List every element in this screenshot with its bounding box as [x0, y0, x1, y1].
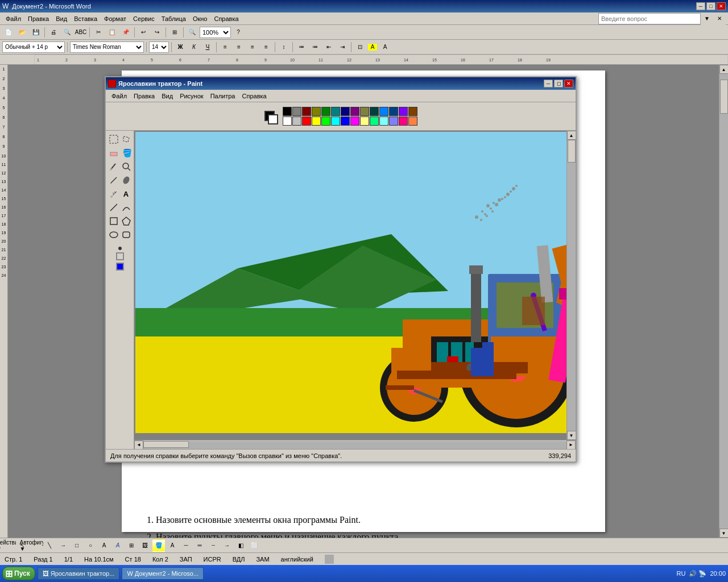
start-button[interactable]: ⊞ Пуск: [2, 567, 35, 580]
word-menu-help[interactable]: Справка: [210, 14, 242, 23]
paint-menu-edit[interactable]: Правка: [130, 92, 158, 101]
draw-line-color-btn[interactable]: ─: [180, 539, 192, 552]
color-magenta[interactable]: [350, 117, 359, 126]
cut-button[interactable]: ✂: [92, 26, 105, 39]
highlight-button[interactable]: A: [367, 43, 378, 51]
autoshapes-dropdown[interactable]: Автофигуры ▼: [30, 539, 42, 552]
color-brown[interactable]: [408, 107, 417, 116]
print-preview-button[interactable]: 🔍: [61, 26, 73, 39]
numbering-button[interactable]: ≔: [309, 41, 321, 53]
word-menu-tools[interactable]: Сервис: [130, 14, 158, 23]
new-button[interactable]: 📄: [2, 26, 15, 39]
eyedropper-tool[interactable]: [108, 160, 119, 173]
color-dark-yellow[interactable]: [360, 107, 369, 116]
paint-restore-button[interactable]: ◻: [554, 80, 563, 88]
draw-line-btn[interactable]: ╲: [43, 539, 56, 552]
copy-button[interactable]: 📋: [106, 26, 118, 39]
size-medium[interactable]: [116, 252, 124, 260]
paint-minimize-button[interactable]: ─: [544, 80, 553, 88]
draw-actions-dropdown[interactable]: Действия ▼: [2, 539, 15, 552]
border-button[interactable]: ⊡: [354, 41, 366, 53]
paint-scroll-up-button[interactable]: ▲: [567, 131, 576, 140]
line-tool[interactable]: [108, 201, 119, 214]
paint-scroll-right-button[interactable]: ►: [566, 440, 576, 450]
paint-close-button[interactable]: ✕: [564, 80, 573, 88]
paint-menu-file[interactable]: Файл: [108, 92, 130, 101]
select-free-tool[interactable]: [121, 133, 132, 146]
paste-button[interactable]: 📌: [119, 26, 132, 39]
justify-button[interactable]: ≡: [260, 41, 272, 53]
polygon-tool[interactable]: [121, 215, 132, 227]
color-dark-teal[interactable]: [370, 107, 379, 116]
word-help-input[interactable]: [598, 13, 701, 24]
word-help-dropdown[interactable]: ▼: [701, 13, 713, 25]
rounded-rect-tool[interactable]: [121, 228, 132, 241]
size-select[interactable]: 14: [149, 41, 169, 53]
paint-hscroll-track[interactable]: [143, 441, 566, 449]
bullets-button[interactable]: ≔: [295, 41, 308, 53]
word-close-button[interactable]: ✕: [717, 2, 726, 10]
align-center-button[interactable]: ≡: [233, 41, 245, 53]
word-scroll-track[interactable]: [719, 74, 728, 529]
taskbar-paint-item[interactable]: 🖼 Ярославкин трактор...: [38, 567, 120, 580]
airbrush-tool[interactable]: [108, 188, 119, 200]
select-rect-tool[interactable]: [108, 133, 119, 146]
word-scroll-down-button[interactable]: ▼: [719, 529, 729, 538]
color-pink[interactable]: [399, 117, 408, 126]
paint-menu-image[interactable]: Рисунок: [176, 92, 207, 101]
paint-menu-view[interactable]: Вид: [158, 92, 176, 101]
word-menu-view[interactable]: Вид: [52, 14, 71, 23]
color-light-green2[interactable]: [370, 117, 379, 126]
color-violet[interactable]: [399, 107, 408, 116]
color-dark-green[interactable]: [321, 107, 330, 116]
color-light-blue[interactable]: [389, 117, 398, 126]
zoom-in-button[interactable]: 🔍: [186, 26, 198, 39]
paint-vertical-scrollbar[interactable]: ▲ ▼: [566, 131, 576, 440]
paint-scroll-thumb[interactable]: [568, 140, 576, 163]
color-purple[interactable]: [350, 107, 359, 116]
paint-scroll-track[interactable]: [567, 140, 576, 431]
color-blue-dark[interactable]: [389, 107, 398, 116]
word-menu-edit[interactable]: Правка: [24, 14, 52, 23]
tray-language[interactable]: RU: [677, 570, 686, 577]
table-button[interactable]: ⊞: [168, 26, 181, 39]
color-blue[interactable]: [341, 117, 350, 126]
draw-line-style-btn[interactable]: ═: [193, 539, 206, 552]
draw-diagram-btn[interactable]: ⊞: [125, 539, 138, 552]
draw-wordart-btn[interactable]: A: [111, 539, 124, 552]
paint-scroll-down-button[interactable]: ▼: [567, 431, 576, 440]
undo-button[interactable]: ↩: [137, 26, 150, 39]
paint-horizontal-scrollbar[interactable]: ◄ ►: [134, 440, 576, 449]
color-dark-red[interactable]: [302, 107, 311, 116]
size-large[interactable]: [116, 263, 124, 271]
color-green[interactable]: [321, 117, 330, 126]
italic-button[interactable]: К: [188, 41, 200, 53]
document-area[interactable]: Перереключа - Экцдер Ниль + Хром ленью т…: [8, 65, 719, 538]
color-orange[interactable]: [408, 117, 417, 126]
increase-indent-button[interactable]: ⇥: [336, 41, 349, 53]
color-olive[interactable]: [312, 107, 321, 116]
color-dark-gray[interactable]: [292, 107, 301, 116]
paint-canvas[interactable]: [134, 131, 566, 440]
word-menu-window[interactable]: Окно: [189, 14, 211, 23]
word-scroll-up-button[interactable]: ▲: [719, 65, 729, 74]
draw-shadow-btn[interactable]: ◧: [234, 539, 247, 552]
magnify-tool[interactable]: [121, 160, 132, 173]
rect-tool[interactable]: [108, 215, 119, 227]
color-white[interactable]: [283, 117, 292, 126]
draw-rect-btn[interactable]: □: [71, 539, 83, 552]
word-maximize-button[interactable]: □: [706, 2, 715, 10]
draw-font-color-btn[interactable]: A: [166, 539, 179, 552]
eraser-tool[interactable]: [108, 147, 119, 159]
word-menu-insert[interactable]: Вставка: [71, 14, 101, 23]
help-button[interactable]: ?: [232, 26, 245, 39]
paint-hscroll-thumb[interactable]: [143, 441, 189, 448]
word-minimize-button[interactable]: ─: [696, 2, 705, 10]
pencil-tool[interactable]: [108, 174, 119, 186]
word-vertical-scrollbar[interactable]: ▲ ▼: [719, 65, 728, 538]
style-select[interactable]: Обычный + 14 р: [2, 41, 65, 53]
draw-arrow-style-btn[interactable]: →: [221, 539, 233, 552]
print-button[interactable]: 🖨: [47, 26, 60, 39]
underline-button[interactable]: Ч: [201, 41, 214, 53]
draw-fill-color-btn[interactable]: 🪣: [152, 539, 165, 552]
